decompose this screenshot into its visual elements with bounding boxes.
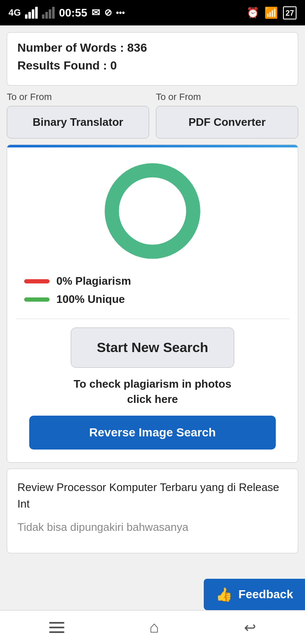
hamburger-line-2 <box>49 627 64 628</box>
words-value: 836 <box>127 41 147 54</box>
words-count-line: Number of Words : 836 <box>17 41 288 55</box>
words-label: Number of Words : <box>17 41 124 54</box>
pdf-converter-button[interactable]: PDF Converter <box>156 106 298 139</box>
results-count-line: Results Found : 0 <box>17 59 288 72</box>
results-label: Results Found : <box>17 59 107 72</box>
photo-check-text: To check plagiarism in photosclick here <box>74 376 231 407</box>
legend: 0% Plagiarism 100% Unique <box>24 275 298 306</box>
legend-plagiarism-text: 0% Plagiarism <box>56 275 131 288</box>
battery-icon: 27 <box>283 6 297 19</box>
reverse-image-search-button[interactable]: Reverse Image Search <box>29 416 275 450</box>
status-bar: 4G 00:55 ✉ ⊘ ••• ⏰ 📶 27 <box>0 0 305 25</box>
feedback-thumb-icon: 👍 <box>216 586 233 602</box>
review-text-1: Review Processor Komputer Terbaru yang d… <box>17 479 288 512</box>
plagiarism-body: 0% Plagiarism 100% Unique Start New Sear… <box>7 147 298 462</box>
legend-unique-text: 100% Unique <box>56 293 125 306</box>
donut-svg <box>102 160 203 262</box>
legend-bar-green <box>24 297 50 302</box>
time-display: 00:55 <box>59 6 87 19</box>
mail-icon: ✉ <box>92 7 100 19</box>
hamburger-line-1 <box>49 622 64 624</box>
plagiarism-card: 0% Plagiarism 100% Unique Start New Sear… <box>7 144 298 463</box>
feedback-button[interactable]: 👍 Feedback <box>204 579 305 610</box>
bottom-nav: ⌂ ↩ <box>0 610 305 644</box>
svg-point-2 <box>119 178 186 244</box>
network-label: 4G <box>8 7 21 18</box>
back-button[interactable]: ↩ <box>231 615 269 640</box>
feedback-label: Feedback <box>238 588 293 601</box>
divider <box>16 319 289 319</box>
battery-level: 27 <box>286 9 294 17</box>
status-left: 4G 00:55 ✉ ⊘ ••• <box>8 6 125 19</box>
signal-bars <box>25 7 38 19</box>
signal-bars-2 <box>42 7 55 19</box>
binary-translator-button[interactable]: Binary Translator <box>7 106 149 139</box>
donut-chart <box>102 160 203 262</box>
home-button[interactable]: ⌂ <box>150 618 159 636</box>
status-right: ⏰ 📶 27 <box>247 6 297 19</box>
results-value: 0 <box>110 59 117 72</box>
pdf-col: To or From PDF Converter <box>156 92 298 139</box>
left-label: To or From <box>7 92 149 103</box>
binary-col: To or From Binary Translator <box>7 92 149 139</box>
alarm-icon: ⏰ <box>247 7 259 19</box>
review-text-2: Tidak bisa dipungakiri bahwasanya <box>17 519 288 536</box>
start-new-search-button[interactable]: Start New Search <box>71 328 234 368</box>
hamburger-menu[interactable] <box>36 618 77 637</box>
hamburger-line-3 <box>49 631 64 633</box>
right-label: To or From <box>156 92 298 103</box>
legend-plagiarism: 0% Plagiarism <box>24 275 298 288</box>
legend-bar-red <box>24 279 50 283</box>
dots-icon: ••• <box>116 8 125 18</box>
tool-buttons-row: To or From Binary Translator To or From … <box>7 92 298 139</box>
vpn-icon: ⊘ <box>104 7 112 18</box>
main-content: Number of Words : 836 Results Found : 0 … <box>0 25 305 608</box>
wifi-icon: 📶 <box>264 6 278 19</box>
review-card: Review Processor Komputer Terbaru yang d… <box>7 469 298 553</box>
legend-unique: 100% Unique <box>24 293 298 306</box>
stats-card: Number of Words : 836 Results Found : 0 <box>7 32 298 86</box>
